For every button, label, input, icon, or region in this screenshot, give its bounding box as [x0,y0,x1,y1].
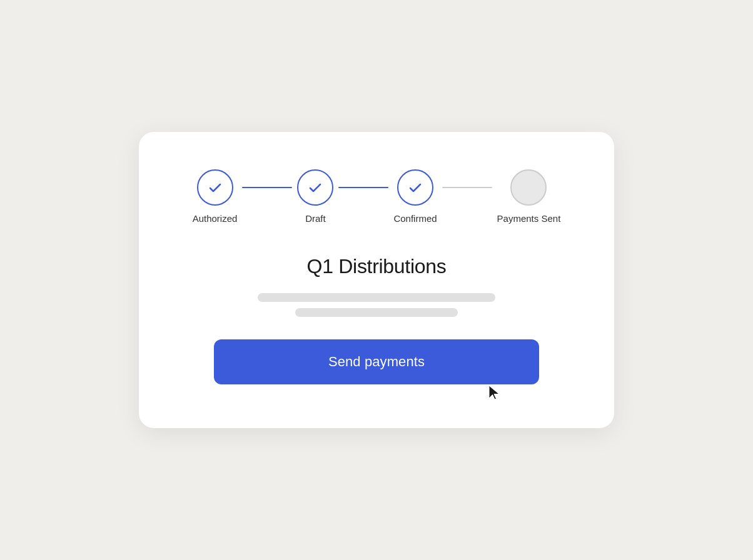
step-payments-sent: Payments Sent [497,169,561,224]
step-circle-payments-sent [510,169,547,206]
step-circle-draft [297,169,333,206]
placeholder-bar-long [258,293,495,302]
connector-line-1 [242,187,292,188]
step-circle-authorized [197,169,233,206]
step-authorized: Authorized [193,169,238,224]
placeholder-content [189,293,564,317]
connector-3 [437,169,497,206]
check-icon-authorized [208,180,223,195]
check-icon-draft [308,180,323,195]
step-confirmed: Confirmed [393,169,437,224]
placeholder-bar-short [295,308,458,317]
cursor-icon [488,384,502,404]
step-label-payments-sent: Payments Sent [497,213,561,224]
connector-line-3 [442,187,492,188]
stepper: Authorized Draft Confirm [189,169,564,224]
connector-1 [237,169,297,206]
step-circle-confirmed [397,169,433,206]
send-payments-button[interactable]: Send payments [214,339,539,384]
connector-line-2 [338,187,388,188]
check-icon-confirmed [408,180,423,195]
step-label-draft: Draft [305,213,326,224]
card-title: Q1 Distributions [307,255,447,278]
step-draft: Draft [297,169,333,224]
button-area: Send payments [214,339,539,384]
connector-2 [333,169,393,206]
main-card: Authorized Draft Confirm [139,132,614,428]
step-label-authorized: Authorized [193,213,238,224]
step-label-confirmed: Confirmed [393,213,437,224]
